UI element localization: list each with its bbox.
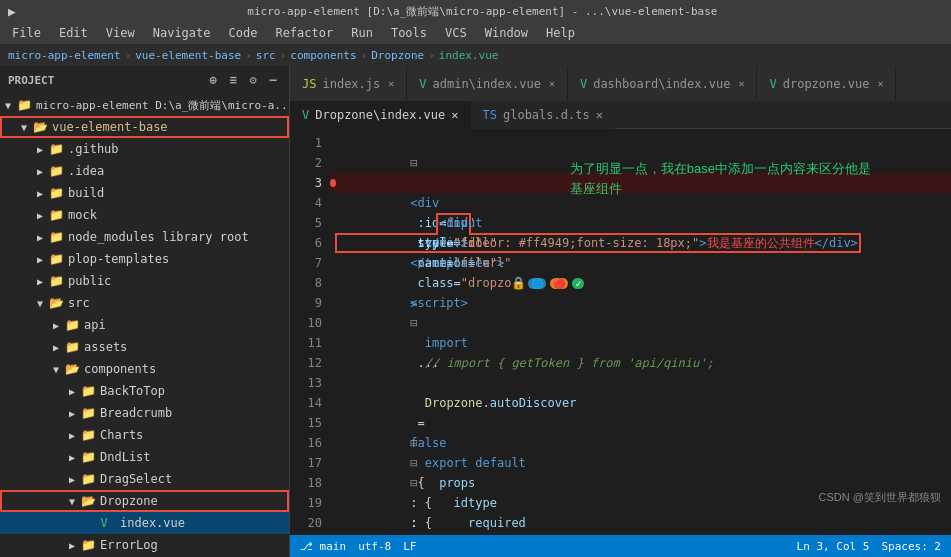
sidebar-item-plop[interactable]: ▶ 📁 plop-templates [0, 248, 289, 270]
tab-dropzone-index-vue[interactable]: V Dropzone\index.vue ✕ [290, 101, 471, 129]
folder-icon-mock: 📁 [48, 208, 64, 222]
folder-icon-plop: 📁 [48, 252, 64, 266]
sidebar-item-node-modules[interactable]: ▶ 📁 node_modules library root [0, 226, 289, 248]
menu-refactor[interactable]: Refactor [267, 24, 341, 42]
sidebar-item-errorlog[interactable]: ▶ 📁 ErrorLog [0, 534, 289, 556]
tab-admin-index-vue[interactable]: V admin\index.vue ✕ [407, 66, 568, 101]
folder-icon-dndlist: 📁 [80, 450, 96, 464]
close-sidebar-icon[interactable]: — [265, 72, 281, 88]
menu-window[interactable]: Window [477, 24, 536, 42]
menu-navigate[interactable]: Navigate [145, 24, 219, 42]
sidebar-header: Project ⊕ ≡ ⚙ — [0, 66, 289, 94]
tab-label-index-js: index.js [322, 77, 380, 91]
code-line-10 [330, 313, 951, 333]
folder-icon-dragselect: 📁 [80, 472, 96, 486]
sidebar-item-dragselect[interactable]: ▶ 📁 DragSelect [0, 468, 289, 490]
status-left: ⎇ main utf-8 LF [300, 540, 417, 553]
sidebar-item-idea[interactable]: ▶ 📁 .idea [0, 160, 289, 182]
folder-icon-root: 📁 [16, 98, 32, 112]
sidebar-item-src[interactable]: ▼ 📂 src [0, 292, 289, 314]
menu-view[interactable]: View [98, 24, 143, 42]
code-line-11: // import { getToken } from 'api/qiniu'; [330, 333, 951, 353]
code-line-6: </template> [330, 233, 951, 253]
sidebar-label: vue-element-base [52, 120, 168, 134]
code-content[interactable]: ⊟ <template> ⊟ <div :id="id" :ref="id" :… [330, 129, 951, 535]
folder-icon-public: 📁 [48, 274, 64, 288]
add-folder-icon[interactable]: ⊕ [205, 72, 221, 88]
menu-edit[interactable]: Edit [51, 24, 96, 42]
sidebar-label-dropzone: Dropzone [100, 494, 158, 508]
sidebar-item-components[interactable]: ▼ 📂 components [0, 358, 289, 380]
tab-label-admin: admin\index.vue [433, 77, 541, 91]
menu-tools[interactable]: Tools [383, 24, 435, 42]
sidebar-label-components: components [84, 362, 156, 376]
sidebar-item-github[interactable]: ▶ 📁 .github [0, 138, 289, 160]
editor-area: JS index.js ✕ V admin\index.vue ✕ V dash… [290, 66, 951, 557]
status-spaces: Spaces: 2 [881, 540, 941, 553]
breadcrumb-item[interactable]: micro-app-element [8, 49, 121, 62]
code-line-7 [330, 253, 951, 273]
menu-vcs[interactable]: VCS [437, 24, 475, 42]
ln-6: 6 [290, 233, 322, 253]
tabs-row-2: V Dropzone\index.vue ✕ TS globals.d.ts ✕ [290, 101, 951, 129]
sidebar-item-backtotop[interactable]: ▶ 📁 BackToTop [0, 380, 289, 402]
collapse-all-icon[interactable]: ≡ [225, 72, 241, 88]
tab-globals-d-ts[interactable]: TS globals.d.ts ✕ [471, 101, 615, 129]
menu-code[interactable]: Code [221, 24, 266, 42]
settings-icon[interactable]: ⚙ [245, 72, 261, 88]
sidebar-item-api[interactable]: ▶ 📁 api [0, 314, 289, 336]
menu-help[interactable]: Help [538, 24, 583, 42]
tab-dashboard-index-vue[interactable]: V dashboard\index.vue ✕ [568, 66, 758, 101]
tab-close-dropzone-vue[interactable]: ✕ [877, 78, 883, 89]
tab2-close-dropzone[interactable]: ✕ [451, 108, 458, 122]
sidebar-item-assets[interactable]: ▶ 📁 assets [0, 336, 289, 358]
tab-close-dashboard[interactable]: ✕ [738, 78, 744, 89]
breadcrumb-item[interactable]: src [256, 49, 276, 62]
sidebar-item-index-vue[interactable]: V index.vue [0, 512, 289, 534]
tab-close-admin[interactable]: ✕ [549, 78, 555, 89]
breadcrumb-item[interactable]: components [290, 49, 356, 62]
sidebar-item-build[interactable]: ▶ 📁 build [0, 182, 289, 204]
sidebar-label-idea: .idea [68, 164, 104, 178]
folder-icon-build: 📁 [48, 186, 64, 200]
breadcrumb-item[interactable]: index.vue [439, 49, 499, 62]
tab-dropzone-vue[interactable]: V dropzone.vue ✕ [757, 66, 896, 101]
sidebar-item-charts[interactable]: ▶ 📁 Charts [0, 424, 289, 446]
title-text: micro-app-element [D:\a_微前端\micro-app-el… [22, 4, 943, 19]
sidebar-label-public: public [68, 274, 111, 288]
sidebar-item-vue-element-base[interactable]: ▼ 📂 vue-element-base [0, 116, 289, 138]
menu-file[interactable]: File [4, 24, 49, 42]
sidebar-item-breadcrumb[interactable]: ▶ 📁 Breadcrumb [0, 402, 289, 424]
sidebar-label-charts: Charts [100, 428, 143, 442]
tab-icon-js: JS [302, 77, 316, 91]
ln-8: 8 [290, 273, 322, 293]
ln-14: 14 [290, 393, 322, 413]
tab-icon-vue-3: V [769, 77, 776, 91]
ln-16: 16 [290, 433, 322, 453]
sidebar-item-public[interactable]: ▶ 📁 public [0, 270, 289, 292]
sidebar-item-dropzone[interactable]: ▼ 📂 Dropzone [0, 490, 289, 512]
sidebar-item-mock[interactable]: ▶ 📁 mock [0, 204, 289, 226]
sidebar-label-plop: plop-templates [68, 252, 169, 266]
tab2-close-globals[interactable]: ✕ [596, 108, 603, 122]
sidebar-header-icons: ⊕ ≡ ⚙ — [205, 72, 281, 88]
code-line-12 [330, 353, 951, 373]
ln-4: 4 [290, 193, 322, 213]
sidebar-item-root[interactable]: ▼ 📁 micro-app-element D:\a_微前端\micro-a..… [0, 94, 289, 116]
folder-icon-idea: 📁 [48, 164, 64, 178]
breadcrumb-item[interactable]: vue-element-base [135, 49, 241, 62]
breadcrumb-item[interactable]: Dropzone [371, 49, 424, 62]
ln-3: 3 [290, 173, 322, 193]
menu-run[interactable]: Run [343, 24, 381, 42]
folder-icon: 📂 [32, 120, 48, 134]
folder-icon-breadcrumb: 📁 [80, 406, 96, 420]
sidebar-item-dndlist[interactable]: ▶ 📁 DndList [0, 446, 289, 468]
sidebar-label-backtotop: BackToTop [100, 384, 165, 398]
status-branch: ⎇ main [300, 540, 346, 553]
code-line-21: ⊟ url : { [330, 533, 951, 535]
tab-index-js[interactable]: JS index.js ✕ [290, 66, 407, 101]
ln-17: 17 [290, 453, 322, 473]
tab-close-index-js[interactable]: ✕ [388, 78, 394, 89]
code-line-17: ⊟ id : { [330, 453, 951, 473]
status-bar: ⎇ main utf-8 LF Ln 3, Col 5 Spaces: 2 [290, 535, 951, 557]
